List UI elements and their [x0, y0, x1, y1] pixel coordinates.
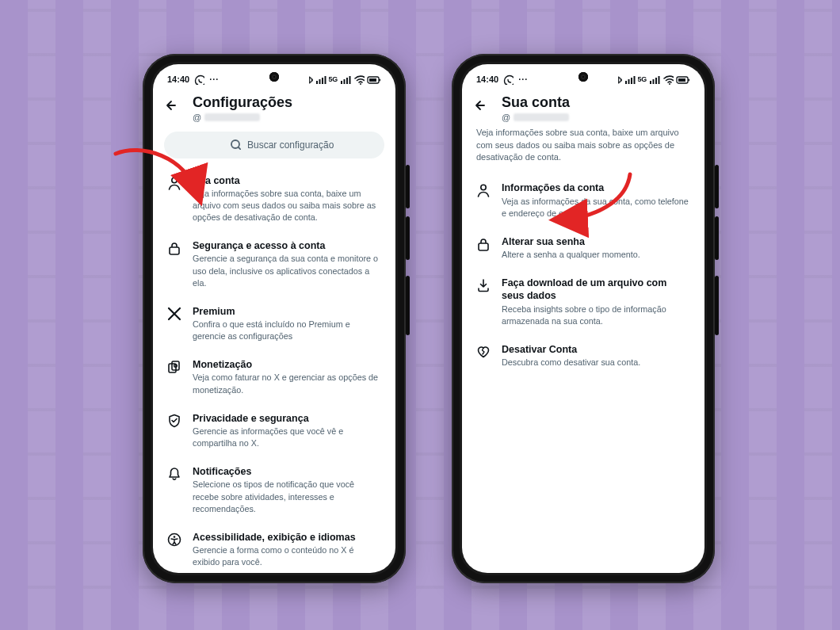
user-handle: @	[193, 113, 384, 122]
bell-icon	[167, 465, 181, 481]
settings-item-seguranca[interactable]: Segurança e acesso à conta Gerencie a se…	[158, 231, 391, 297]
download-icon	[476, 277, 491, 292]
lock-icon	[476, 235, 491, 251]
status-more: ···	[518, 74, 528, 84]
person-icon	[476, 181, 491, 197]
user-handle: @	[502, 113, 693, 122]
account-list: Informações da conta Veja as informações…	[462, 174, 704, 384]
settings-item-monetizacao[interactable]: Monetização Veja como faturar no X e ger…	[158, 350, 391, 403]
volume-up-button	[715, 165, 719, 208]
status-more: ···	[209, 74, 219, 84]
username-redacted	[514, 113, 569, 121]
wifi-icon	[353, 74, 365, 85]
search-placeholder: Buscar configuração	[247, 139, 334, 151]
power-button	[715, 276, 719, 335]
page-header: Sua conta @	[462, 90, 704, 127]
account-item-desativar[interactable]: Desativar Conta Descubra como desativar …	[467, 335, 700, 376]
signal2-icon	[340, 74, 351, 84]
whatsapp-icon	[194, 74, 204, 85]
lock-icon	[167, 239, 181, 255]
front-camera	[269, 72, 279, 82]
signal2-icon	[649, 74, 660, 84]
back-button[interactable]	[473, 94, 487, 116]
network-label: 5G	[638, 75, 647, 83]
battery-icon	[676, 74, 690, 85]
person-icon	[167, 174, 181, 190]
bluetooth-icon	[614, 74, 622, 84]
settings-item-notificacoes[interactable]: Notificações Selecione os tipos de notif…	[158, 457, 391, 523]
accessibility-icon	[167, 531, 181, 547]
heart-broken-icon	[476, 343, 491, 359]
back-arrow-icon	[473, 98, 487, 113]
search-input[interactable]: Buscar configuração	[164, 132, 384, 158]
settings-list: Sua conta Veja informações sobre sua con…	[153, 166, 395, 573]
phone-mockup-settings: 14:40 ··· 5G Configuraçõ	[143, 54, 406, 583]
search-icon	[229, 138, 241, 152]
settings-item-acessibilidade[interactable]: Acessibilidade, exibição e idiomas Geren…	[158, 523, 391, 573]
status-time: 14:40	[476, 74, 498, 84]
volume-down-button	[715, 216, 719, 260]
signal-icon	[315, 74, 326, 84]
battery-icon	[367, 74, 381, 85]
bluetooth-icon	[305, 74, 313, 84]
section-intro: Veja informações sobre sua conta, baixe …	[462, 127, 704, 174]
page-title: Configurações	[193, 94, 384, 112]
page-header: Configurações @	[153, 90, 395, 127]
coins-icon	[167, 358, 181, 374]
volume-up-button	[406, 165, 410, 208]
phone-mockup-account: 14:40 ··· 5G Sua conta	[452, 54, 715, 583]
account-item-download-dados[interactable]: Faça download de um arquivo com seus dad…	[467, 269, 700, 335]
x-icon	[167, 305, 181, 321]
account-item-alterar-senha[interactable]: Alterar sua senha Altere a senha a qualq…	[467, 227, 700, 269]
network-label: 5G	[329, 75, 338, 83]
status-time: 14:40	[167, 74, 189, 84]
shield-icon	[167, 412, 181, 428]
settings-item-premium[interactable]: Premium Confira o que está incluído no P…	[158, 297, 391, 350]
back-arrow-icon	[164, 98, 178, 113]
power-button	[406, 276, 410, 335]
page-title: Sua conta	[502, 94, 693, 112]
back-button[interactable]	[164, 94, 178, 116]
wifi-icon	[662, 74, 674, 85]
username-redacted	[204, 113, 260, 121]
front-camera	[578, 72, 588, 82]
settings-item-privacidade[interactable]: Privacidade e segurança Gerencie as info…	[158, 404, 391, 457]
signal-icon	[624, 74, 636, 84]
settings-item-sua-conta[interactable]: Sua conta Veja informações sobre sua con…	[158, 166, 391, 232]
account-item-informacoes[interactable]: Informações da conta Veja as informações…	[467, 174, 700, 227]
whatsapp-icon	[503, 74, 514, 85]
volume-down-button	[406, 216, 410, 260]
